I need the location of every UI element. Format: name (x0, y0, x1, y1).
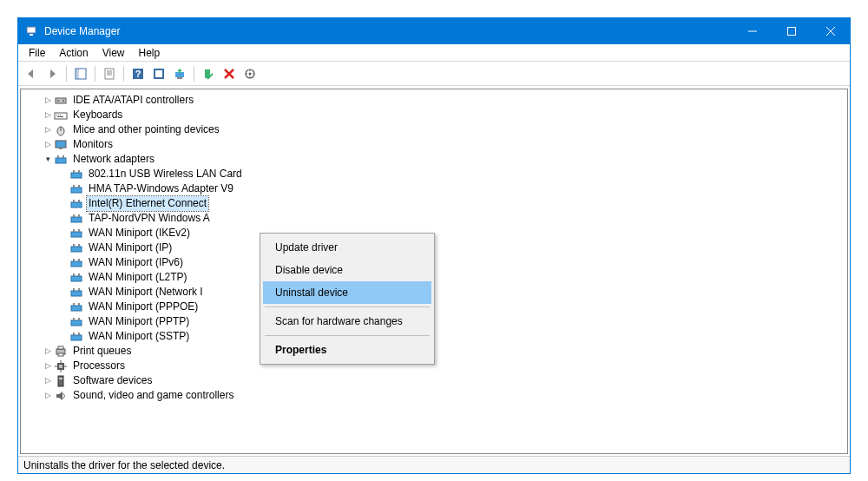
keyboard-icon (54, 109, 68, 122)
expand-icon[interactable]: ▷ (42, 93, 54, 108)
tree-item-net-wifi[interactable]: 802.11n USB Wireless LAN Card (21, 167, 847, 181)
svg-rect-36 (62, 155, 64, 158)
svg-rect-58 (71, 276, 82, 281)
network-adapter-icon (69, 286, 83, 300)
svg-rect-60 (78, 273, 80, 276)
svg-rect-64 (71, 306, 82, 311)
expand-icon[interactable]: ▷ (42, 388, 54, 403)
menu-view[interactable]: View (95, 46, 132, 60)
expand-icon[interactable]: ▷ (42, 373, 54, 388)
win-controls (733, 18, 850, 44)
help-button[interactable]: ? (128, 64, 148, 83)
svg-rect-32 (56, 141, 66, 148)
svg-rect-65 (73, 303, 75, 306)
svg-rect-29 (57, 116, 63, 117)
svg-rect-28 (60, 115, 61, 115)
toolbar-separator (194, 66, 194, 82)
svg-rect-55 (71, 261, 82, 267)
tree-item-keyboards[interactable]: ▷ Keyboards (21, 108, 847, 122)
svg-rect-66 (78, 303, 80, 306)
properties-button[interactable] (100, 64, 119, 83)
network-adapter-icon (69, 330, 83, 344)
menubar: File Action View Help (18, 44, 850, 62)
ctx-disable-device[interactable]: Disable device (263, 259, 431, 281)
ctx-properties[interactable]: Properties (263, 339, 431, 361)
tree-label: WAN Miniport (PPPOE) (87, 300, 200, 314)
tree-item-net-hma[interactable]: HMA TAP-Windows Adapter V9 (21, 181, 847, 196)
tree-item-ide[interactable]: ▷ IDE ATA/ATAPI controllers (21, 93, 847, 108)
ctx-uninstall-device[interactable]: Uninstall device (263, 281, 431, 304)
menu-help[interactable]: Help (132, 46, 168, 60)
tree-label: Network adapters (71, 152, 156, 167)
ctx-separator (265, 335, 430, 336)
tree-label: Software devices (71, 373, 154, 388)
uninstall-device-button[interactable] (220, 64, 239, 83)
tree-item-net-nordvpn[interactable]: TAP-NordVPN Windows A (21, 211, 847, 226)
ctx-update-driver[interactable]: Update driver (263, 236, 431, 259)
expand-icon[interactable]: ▷ (42, 137, 54, 152)
tree-label: WAN Miniport (IKEv2) (87, 226, 192, 240)
tree-item-mice[interactable]: ▷ Mice and other pointing devices (21, 122, 847, 137)
svg-rect-53 (73, 244, 75, 247)
expand-icon[interactable]: ▷ (42, 344, 54, 359)
svg-rect-62 (73, 288, 75, 291)
show-hide-tree-button[interactable] (71, 64, 90, 83)
action-icon-button[interactable] (149, 64, 168, 83)
svg-rect-43 (71, 202, 82, 208)
menu-file[interactable]: File (22, 46, 52, 60)
ctx-scan-hardware[interactable]: Scan for hardware changes (263, 310, 431, 333)
expand-icon[interactable]: ▷ (42, 108, 54, 122)
tree-label: WAN Miniport (Network I (87, 285, 205, 300)
scan-hardware-button[interactable] (240, 64, 260, 83)
status-bar: Uninstalls the driver for the selected d… (18, 456, 850, 473)
svg-rect-16 (155, 70, 162, 77)
tree-label: WAN Miniport (IPv6) (87, 255, 185, 270)
enable-device-button[interactable] (199, 64, 218, 83)
back-button[interactable] (22, 64, 41, 83)
network-adapter-icon (69, 227, 83, 240)
maximize-button[interactable] (772, 18, 811, 44)
status-text: Uninstalls the driver for the selected d… (23, 459, 225, 471)
tree-label: WAN Miniport (L2TP) (87, 270, 189, 285)
ctx-separator (265, 306, 430, 307)
network-icon (54, 153, 68, 167)
device-manager-window: Device Manager File Action View Help (17, 17, 851, 474)
svg-rect-47 (73, 214, 75, 217)
collapse-icon[interactable]: ▾ (42, 152, 54, 167)
expand-icon[interactable]: ▷ (42, 122, 54, 137)
tree-item-sound[interactable]: ▷ Sound, video and game controllers (21, 388, 847, 403)
svg-rect-2 (30, 34, 33, 36)
svg-rect-49 (71, 232, 82, 237)
tree-item-net-intel[interactable]: Intel(R) Ethernet Connect (21, 196, 847, 211)
titlebar[interactable]: Device Manager (18, 18, 850, 44)
tree-label: IDE ATA/ATAPI controllers (71, 93, 195, 108)
tree-item-software[interactable]: ▷ Software devices (21, 373, 847, 388)
svg-rect-38 (73, 170, 75, 173)
context-menu: Update driver Disable device Uninstall d… (260, 233, 435, 365)
svg-rect-8 (76, 69, 79, 79)
controller-icon (54, 94, 68, 108)
svg-rect-56 (73, 259, 75, 261)
svg-rect-0 (27, 27, 36, 33)
svg-rect-37 (71, 173, 82, 178)
svg-rect-71 (73, 333, 75, 335)
update-driver-button[interactable] (170, 64, 189, 83)
forward-button[interactable] (43, 64, 62, 83)
minimize-button[interactable] (733, 18, 772, 44)
app-icon (25, 24, 39, 38)
tree-item-network[interactable]: ▾ Network adapters (21, 152, 847, 167)
svg-rect-22 (56, 98, 66, 103)
tree-item-monitors[interactable]: ▷ Monitors (21, 137, 847, 152)
svg-rect-26 (56, 115, 57, 115)
tree-label: Print queues (71, 344, 133, 359)
toolbar-separator (95, 66, 95, 82)
svg-rect-44 (73, 200, 75, 202)
toolbar-separator (66, 66, 67, 82)
close-button[interactable] (811, 18, 850, 44)
svg-rect-72 (78, 333, 80, 335)
menu-action[interactable]: Action (52, 46, 95, 60)
svg-rect-33 (59, 148, 62, 149)
svg-rect-48 (78, 214, 80, 217)
svg-text:?: ? (135, 69, 141, 79)
expand-icon[interactable]: ▷ (42, 359, 54, 373)
